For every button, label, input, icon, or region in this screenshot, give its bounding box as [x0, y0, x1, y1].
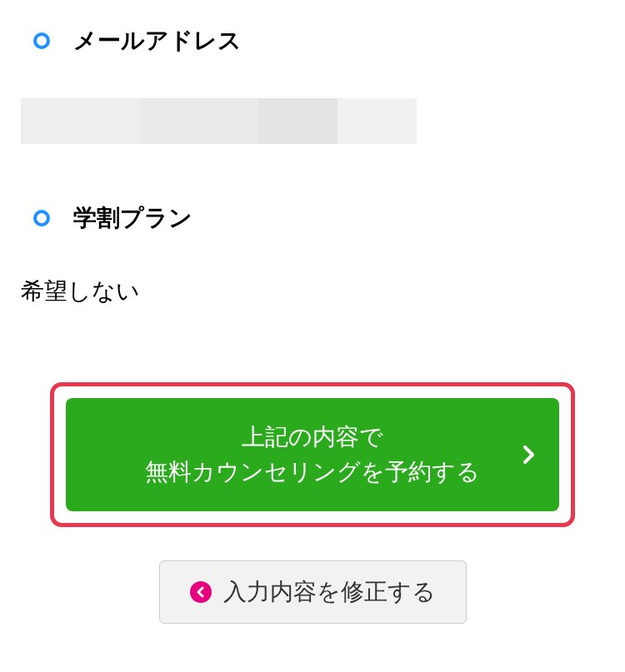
- submit-reservation-button[interactable]: 上記の内容で 無料カウンセリングを予約する: [66, 398, 559, 511]
- bullet-icon: [33, 32, 50, 49]
- primary-button-text: 上記の内容で 無料カウンセリングを予約する: [145, 420, 480, 490]
- edit-input-button[interactable]: 入力内容を修正する: [159, 560, 467, 624]
- email-section: メールアドレス: [0, 0, 625, 144]
- primary-button-area: 上記の内容で 無料カウンセリングを予約する: [0, 382, 625, 527]
- chevron-right-icon: [522, 445, 536, 465]
- plan-section: 学割プラン 希望しない: [0, 177, 625, 307]
- email-header: メールアドレス: [0, 0, 625, 73]
- secondary-button-label: 入力内容を修正する: [223, 576, 436, 608]
- email-title: メールアドレス: [73, 25, 242, 57]
- highlight-frame: 上記の内容で 無料カウンセリングを予約する: [50, 382, 575, 527]
- primary-button-line1: 上記の内容で: [145, 420, 480, 455]
- plan-header: 学割プラン: [0, 177, 625, 251]
- secondary-button-area: 入力内容を修正する: [0, 560, 625, 624]
- chevron-left-circle-icon: [190, 581, 212, 603]
- bullet-icon: [33, 210, 50, 226]
- primary-button-line2: 無料カウンセリングを予約する: [145, 455, 480, 490]
- email-value-redacted: [21, 98, 417, 144]
- plan-title: 学割プラン: [73, 202, 192, 234]
- plan-value: 希望しない: [0, 251, 625, 307]
